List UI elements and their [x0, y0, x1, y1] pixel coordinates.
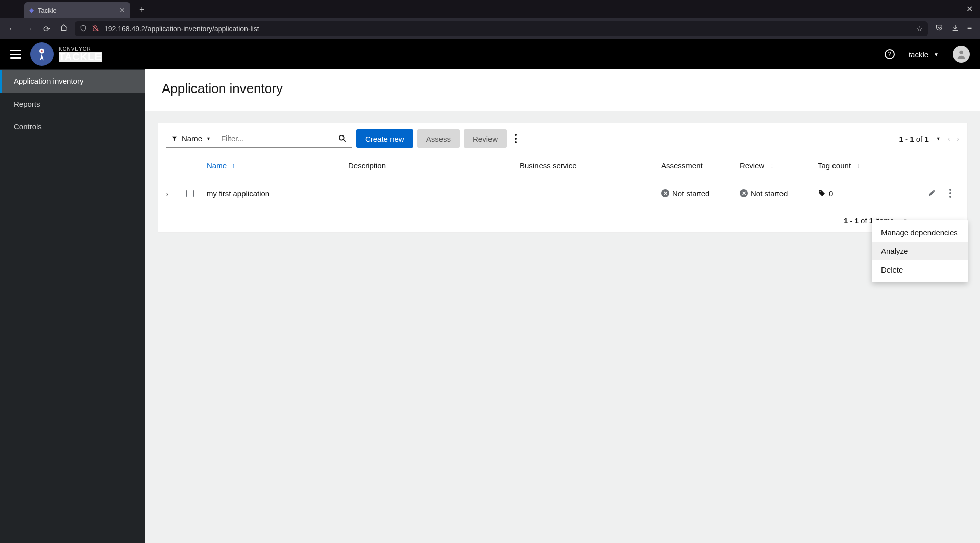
new-tab-button[interactable]: +: [139, 5, 145, 15]
caret-down-icon: ▼: [934, 52, 939, 57]
sort-asc-icon: ↑: [232, 162, 235, 169]
sidebar-item-label: Reports: [14, 100, 40, 108]
url-text: 192.168.49.2/application-inventory/appli…: [104, 25, 911, 33]
sort-icon: ↕: [857, 162, 860, 169]
svg-point-4: [959, 51, 963, 54]
page-title: Application inventory: [162, 81, 964, 97]
not-started-icon: ✕: [740, 189, 748, 197]
toolbar: Name ▼ Create new Assess Review: [158, 123, 967, 154]
row-assessment-status: ✕ Not started: [661, 189, 740, 198]
review-button[interactable]: Review: [464, 129, 507, 148]
search-icon: [338, 134, 346, 142]
row-tag-count: 0: [818, 189, 833, 198]
browser-address-bar: ← → ⟳ 192.168.49.2/application-inventory…: [0, 18, 980, 39]
row-checkbox[interactable]: [186, 190, 194, 197]
back-icon[interactable]: ←: [6, 24, 18, 33]
sidebar-item-application-inventory[interactable]: Application inventory: [0, 70, 145, 93]
next-page-icon: ›: [957, 134, 959, 143]
sidebar-item-controls[interactable]: Controls: [0, 115, 145, 138]
brand-title: TACKLE: [59, 52, 102, 62]
avatar[interactable]: [953, 46, 970, 63]
browser-tab-strip: ◆ Tackle ✕ + ✕: [0, 0, 980, 18]
shield-icon: [80, 25, 87, 33]
create-new-button[interactable]: Create new: [356, 129, 413, 148]
menu-item-manage-dependencies[interactable]: Manage dependencies: [872, 223, 968, 242]
table-header: Name ↑ Description Business service Asse…: [158, 154, 967, 177]
col-header-business-service[interactable]: Business service: [520, 161, 661, 170]
svg-point-5: [339, 135, 344, 140]
tag-icon: [818, 189, 826, 197]
pocket-icon[interactable]: [935, 24, 943, 34]
reload-icon[interactable]: ⟳: [40, 24, 53, 34]
col-header-description[interactable]: Description: [348, 161, 520, 170]
sidebar-item-reports[interactable]: Reports: [0, 93, 145, 115]
page-header: Application inventory: [145, 69, 980, 111]
col-header-tag-count[interactable]: Tag count ↕: [818, 161, 884, 170]
sort-icon: ↕: [770, 162, 773, 169]
caret-down-icon: ▼: [206, 136, 211, 141]
username-label: tackle: [909, 50, 928, 59]
sidebar: Application inventory Reports Controls: [0, 69, 145, 543]
row-actions-menu: Manage dependencies Analyze Delete: [872, 220, 968, 282]
filter-input[interactable]: [216, 130, 332, 147]
col-header-review[interactable]: Review ↕: [740, 161, 818, 170]
svg-point-3: [41, 50, 43, 52]
top-pager: 1 - 1 of 1 ▼ ‹ ›: [899, 134, 959, 143]
masthead: KONVEYOR TACKLE ? tackle ▼: [0, 39, 980, 69]
row-review-status: ✕ Not started: [740, 189, 788, 198]
col-header-assessment[interactable]: Assessment: [661, 161, 740, 170]
caret-down-icon[interactable]: ▼: [936, 136, 941, 141]
assess-button[interactable]: Assess: [417, 129, 460, 148]
filter-attribute-select[interactable]: Name ▼: [166, 134, 216, 143]
not-started-icon: ✕: [661, 189, 669, 197]
home-icon[interactable]: [58, 24, 70, 34]
toolbar-kebab[interactable]: [511, 131, 521, 146]
expand-row-icon[interactable]: ›: [166, 191, 168, 198]
bookmark-star-icon[interactable]: ☆: [916, 25, 923, 33]
logo-mark-icon: [30, 42, 54, 66]
close-tab-icon[interactable]: ✕: [119, 6, 125, 14]
tab-title: Tackle: [38, 7, 57, 14]
table-row: › my first application ✕ Not started: [158, 177, 967, 209]
browser-tab[interactable]: ◆ Tackle ✕: [24, 2, 130, 18]
menu-item-delete[interactable]: Delete: [872, 260, 968, 279]
brand-logo[interactable]: KONVEYOR TACKLE: [30, 42, 102, 66]
filter-attribute-label: Name: [182, 134, 202, 143]
bottom-pager: 1 - 1 of 1 items ▼ « ‹ › »: [158, 209, 967, 232]
filter-icon: [171, 135, 178, 142]
svg-line-6: [343, 139, 345, 141]
svg-point-7: [820, 191, 821, 192]
sidebar-toggle[interactable]: [10, 50, 21, 59]
sidebar-item-label: Application inventory: [14, 77, 83, 85]
tab-favicon: ◆: [29, 7, 34, 14]
url-box[interactable]: 192.168.49.2/application-inventory/appli…: [75, 21, 928, 36]
filter-group: Name ▼: [166, 129, 352, 148]
sidebar-item-label: Controls: [14, 122, 42, 131]
downloads-icon[interactable]: [951, 24, 959, 34]
row-kebab[interactable]: [945, 186, 955, 201]
app-menu-icon[interactable]: ≡: [967, 24, 972, 33]
filter-search-button[interactable]: [332, 130, 352, 147]
edit-row-icon[interactable]: [928, 189, 936, 198]
row-name: my first application: [207, 189, 269, 198]
forward-icon: →: [23, 24, 35, 33]
help-icon[interactable]: ?: [885, 49, 895, 59]
prev-page-icon: ‹: [948, 134, 950, 143]
pager-range: 1 - 1 of 1: [899, 134, 929, 143]
user-menu[interactable]: tackle ▼: [909, 50, 939, 59]
menu-item-analyze[interactable]: Analyze: [872, 242, 968, 260]
window-close-icon[interactable]: ✕: [966, 4, 973, 14]
col-header-name[interactable]: Name ↑: [207, 161, 348, 170]
insecure-lock-icon: [92, 25, 99, 33]
